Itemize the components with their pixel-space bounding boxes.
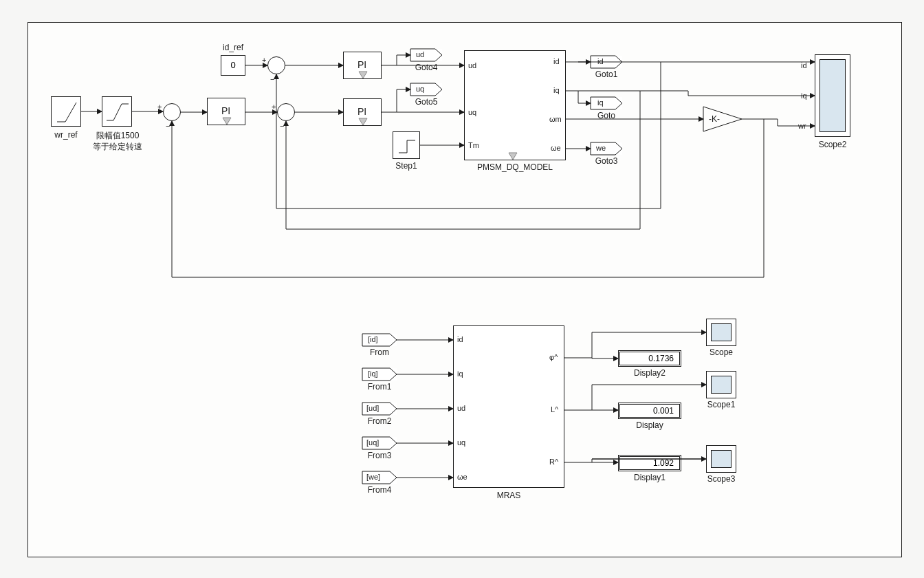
display1[interactable]: 1.092 <box>618 455 681 471</box>
sum-q[interactable] <box>277 103 295 121</box>
goto-ud[interactable] <box>410 49 442 61</box>
block-pi-q[interactable]: PI <box>343 98 382 126</box>
block-scope[interactable] <box>706 319 736 346</box>
svg-marker-0 <box>223 118 231 125</box>
block-constant-idref[interactable]: 0 <box>221 55 245 76</box>
label-sat-2: 等于给定转速 <box>91 141 144 153</box>
svg-marker-3 <box>410 49 442 61</box>
label-step: Step1 <box>388 161 424 171</box>
block-scope3[interactable] <box>706 445 736 473</box>
svg-marker-5 <box>509 153 517 160</box>
goto-uq[interactable] <box>410 83 442 96</box>
svg-marker-7 <box>591 97 622 109</box>
svg-marker-8 <box>591 142 622 155</box>
label-mras: MRAS <box>453 491 564 500</box>
goto-iq[interactable] <box>591 97 622 109</box>
sum-speed[interactable] <box>163 103 181 121</box>
block-step[interactable] <box>393 131 420 159</box>
block-scope1[interactable] <box>706 371 736 398</box>
block-scope2[interactable] <box>815 54 850 137</box>
block-pi-speed[interactable]: PI <box>207 98 245 125</box>
block-saturation[interactable] <box>102 96 132 127</box>
diagram-frame: wr_ref 限幅值1500 等于给定转速 + − PI id_ref 0 + … <box>28 22 902 557</box>
sum-d[interactable] <box>267 56 285 74</box>
svg-marker-2 <box>359 118 367 125</box>
label-pmsm: PMSM_DQ_MODEL <box>464 162 566 172</box>
display[interactable]: 0.001 <box>618 403 681 419</box>
svg-marker-1 <box>359 72 367 78</box>
label-id-ref: id_ref <box>218 43 248 52</box>
svg-marker-6 <box>591 56 622 68</box>
goto-id[interactable] <box>591 56 622 68</box>
display2[interactable]: 0.1736 <box>618 350 681 367</box>
label-wr-ref: wr_ref <box>49 130 83 140</box>
diagram-canvas: wr_ref 限幅值1500 等于给定转速 + − PI id_ref 0 + … <box>0 0 924 578</box>
block-mras[interactable] <box>453 325 564 488</box>
goto-we[interactable] <box>591 142 622 155</box>
label-sat-1: 限幅值1500 <box>91 130 144 142</box>
svg-marker-4 <box>410 83 442 96</box>
block-pi-d[interactable]: PI <box>343 52 382 79</box>
block-ramp[interactable] <box>51 96 81 127</box>
